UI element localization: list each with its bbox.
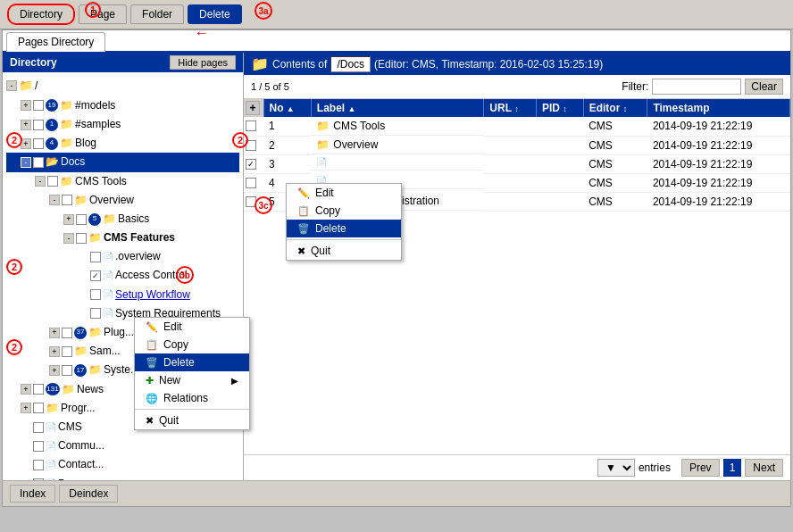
row1-checkbox[interactable] [246, 121, 256, 131]
left-header: Directory Hide pages [3, 53, 243, 72]
badge-basics: 5 [88, 213, 101, 226]
tab-directory[interactable]: Directory [7, 4, 75, 25]
table-container: + No ▲ Label ▲ URL ↕ PID ↕ Editor ↕ Time… [244, 99, 790, 454]
delete-icon-ctx2: 🗑️ [146, 357, 158, 369]
tree-item-root[interactable]: - 📁 / [6, 76, 239, 96]
checkbox-samples2[interactable] [62, 346, 72, 357]
checkbox-news[interactable] [33, 384, 44, 395]
deindex-btn[interactable]: Deindex [59, 485, 118, 503]
th-editor[interactable]: Editor ↕ [583, 99, 647, 117]
ctx1-quit[interactable]: ✖ Quit [287, 242, 401, 260]
tree-item-samples[interactable]: + 1 📁 #samples [6, 115, 239, 134]
row4-checkbox[interactable] [246, 178, 256, 188]
entries-select[interactable]: ▼ [597, 459, 635, 477]
row3-page-icon: 📄 [316, 157, 327, 167]
tab-delete[interactable]: Delete [188, 4, 242, 24]
row1-editor: CMS [583, 117, 647, 136]
pages-directory-tab[interactable]: Pages Directory [6, 32, 105, 52]
tree-item-models[interactable]: + 19 📁 #models [6, 96, 239, 115]
quit-icon-ctx1: ✖ [297, 245, 305, 257]
checkbox-dotoverview[interactable] [90, 252, 101, 262]
ctx2-delete[interactable]: 🗑️ Delete [135, 353, 249, 371]
tree-item-cmsfeatures[interactable]: - 📁 CMS Features [6, 229, 239, 247]
expand-cmsfeatures[interactable]: - [63, 233, 74, 244]
tree-item-access[interactable]: ✓ 📄 Access Control [6, 266, 239, 285]
ctx2-new[interactable]: ✚ New ▶ [135, 371, 249, 389]
checkbox-cms[interactable] [33, 422, 44, 433]
expand-docs[interactable]: - [21, 157, 31, 168]
expand-plugins[interactable]: + [49, 328, 60, 338]
ctx1-edit[interactable]: ✏️ Edit [287, 184, 401, 202]
tree-item-setup[interactable]: 📄 Setup Workflow [6, 286, 239, 304]
cmsfeatures-label: CMS Features [104, 229, 175, 246]
th-pid[interactable]: PID ↕ [536, 99, 583, 117]
checkbox-cmsfeatures[interactable] [76, 233, 87, 244]
filter-area: Filter: Clear [622, 79, 783, 95]
checkbox-docs[interactable] [33, 157, 44, 168]
row3-checkbox[interactable]: ✓ [246, 159, 256, 170]
cmsfeatures-folder-icon: 📁 [88, 229, 102, 246]
next-btn[interactable]: Next [745, 459, 783, 477]
ctx2-copy[interactable]: 📋 Copy [135, 336, 249, 353]
expand-samples2[interactable]: + [49, 346, 60, 357]
checkbox-sysreq[interactable] [90, 308, 101, 319]
tree-item-dotoverview[interactable]: 📄 .overview [6, 247, 239, 266]
ctx1-copy[interactable]: 📋 Copy [287, 202, 401, 220]
collapse-root[interactable]: - [6, 80, 17, 91]
th-url[interactable]: URL ↕ [484, 99, 537, 117]
expand-cmstools[interactable]: - [35, 176, 46, 187]
checkbox-community[interactable] [33, 441, 44, 452]
th-timestamp[interactable]: Timestamp [647, 99, 790, 117]
ctx1-delete[interactable]: 🗑️ Delete [287, 220, 401, 237]
checkbox-cmstools[interactable] [47, 176, 58, 187]
overview-folder-icon: 📁 [74, 192, 88, 209]
row1-url [484, 117, 537, 136]
checkbox-basics[interactable] [76, 214, 87, 225]
expand-programs[interactable]: + [21, 403, 31, 413]
prev-btn[interactable]: Prev [681, 459, 720, 477]
ctx2-edit[interactable]: ✏️ Edit [135, 318, 249, 336]
filter-input[interactable] [652, 79, 741, 95]
th-add: + [244, 99, 263, 117]
tab-folder[interactable]: Folder [130, 4, 184, 24]
th-label[interactable]: Label ▲ [311, 99, 484, 117]
expand-overview[interactable]: - [49, 195, 60, 205]
annotation-3b: 3b [176, 266, 194, 284]
tree-item-blog[interactable]: + 4 📁 Blog [6, 134, 239, 153]
row4-timestamp: 2014-09-19 21:22:19 [647, 173, 790, 192]
tree-item-overview[interactable]: - 📁 Overview [6, 191, 239, 210]
expand-basics[interactable]: + [63, 214, 74, 225]
expand-samples[interactable]: + [21, 120, 31, 130]
tree-item-cmstools[interactable]: - 📁 CMS Tools [6, 172, 239, 191]
tree-item-contact[interactable]: 📄 Contact... [6, 455, 239, 474]
expand-system[interactable]: + [49, 365, 60, 376]
index-btn[interactable]: Index [10, 485, 55, 503]
ctx2-relations[interactable]: 🌐 Relations [135, 389, 249, 407]
expand-news[interactable]: + [21, 384, 31, 395]
clear-btn[interactable]: Clear [745, 79, 783, 95]
checkbox-overview[interactable] [62, 195, 72, 205]
checkbox-blog[interactable] [33, 138, 44, 149]
annotation-2-add: 2 [232, 132, 248, 148]
th-no[interactable]: No ▲ [263, 99, 311, 117]
checkbox-setup[interactable] [90, 289, 101, 300]
checkbox-models[interactable] [33, 100, 44, 111]
ctx1-separator [287, 239, 401, 240]
checkbox-programs[interactable] [33, 403, 44, 413]
expand-models[interactable]: + [21, 100, 31, 111]
ctx2-relations-label: Relations [163, 392, 208, 404]
checkbox-contact[interactable] [33, 460, 44, 470]
hide-pages-btn[interactable]: Hide pages [170, 55, 236, 70]
page-num: 1 [723, 459, 742, 477]
badge-system: 17 [74, 364, 87, 377]
ctx2-quit[interactable]: ✖ Quit [135, 411, 249, 429]
tree-item-docs[interactable]: - 📂 Docs [6, 153, 239, 171]
checkbox-plugins[interactable] [62, 328, 72, 338]
tree-item-community[interactable]: 📄 Commu... [6, 436, 239, 455]
add-row-btn[interactable]: + [246, 101, 260, 115]
checkbox-access[interactable]: ✓ [90, 270, 101, 281]
tree-item-basics[interactable]: + 5 📁 Basics [6, 210, 239, 229]
checkbox-system[interactable] [62, 365, 72, 376]
community-label: Commu... [58, 437, 104, 454]
checkbox-samples[interactable] [33, 120, 44, 130]
